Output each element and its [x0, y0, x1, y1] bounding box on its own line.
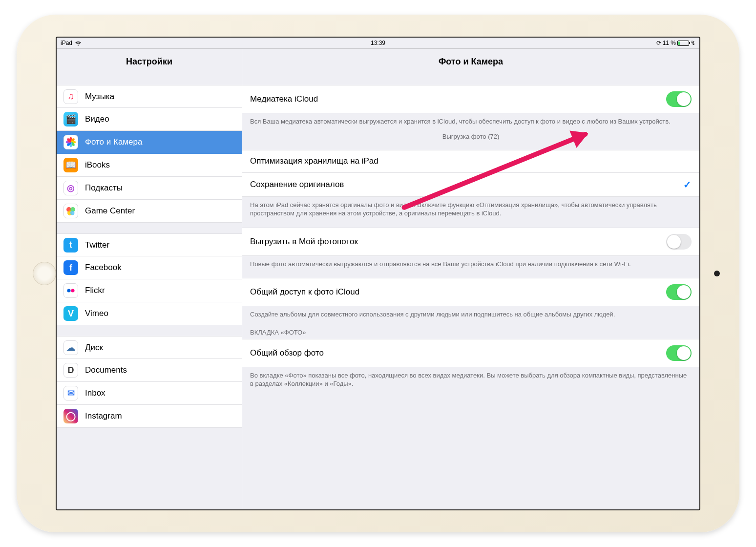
sidebar-item-label: Flickr	[85, 286, 105, 295]
cell-optimize[interactable]: Оптимизация хранилища на iPad	[242, 150, 699, 173]
section-footer: Во вкладке «Фото» показаны все фото, нах…	[242, 367, 699, 390]
cell-label: Общий обзор фото	[250, 348, 666, 358]
sidebar-item-documents[interactable]: DDocuments	[57, 359, 242, 382]
instagram-icon: ◯	[63, 409, 78, 423]
detail-title: Фото и Камера	[242, 49, 699, 74]
sidebar-item-inbox[interactable]: ✉Inbox	[57, 382, 242, 405]
svg-point-12	[70, 211, 75, 215]
documents-icon: D	[63, 363, 78, 378]
sidebar-item-label: Documents	[85, 365, 127, 375]
svg-point-14	[71, 289, 74, 292]
video-icon: 🎬	[63, 112, 78, 126]
toggle-summary[interactable]	[666, 345, 692, 361]
sidebar-item-label: Game Center	[85, 206, 135, 216]
settings-sidebar[interactable]: Настройки ♫Музыка🎬ВидеоФото и Камера📖iBo…	[57, 49, 242, 509]
sidebar-item-facebook[interactable]: fFacebook	[57, 256, 242, 279]
sidebar-item-label: Facebook	[85, 263, 122, 273]
sidebar-item-podcasts[interactable]: ◎Подкасты	[57, 177, 242, 200]
photos-icon	[63, 135, 78, 149]
sidebar-item-twitter[interactable]: tTwitter	[57, 233, 242, 256]
section-header: ВКЛАДКА «ФОТО»	[242, 321, 699, 339]
device-label: iPad	[61, 40, 72, 46]
sidebar-item-label: Музыка	[85, 92, 114, 102]
sidebar-item-label: Фото и Камера	[85, 137, 142, 147]
sidebar-item-label: Диск	[85, 343, 103, 353]
sidebar-title: Настройки	[57, 49, 242, 74]
disk-icon: ☁	[63, 340, 78, 355]
facebook-icon: f	[63, 260, 78, 275]
ibooks-icon: 📖	[63, 158, 78, 172]
sidebar-item-disk[interactable]: ☁Диск	[57, 336, 242, 359]
battery-icon	[677, 41, 689, 46]
toggle-shared[interactable]	[666, 284, 692, 300]
checkmark-icon: ✓	[683, 179, 692, 190]
section-footer: Создайте альбомы для совместного использ…	[242, 306, 699, 321]
section-footer: Вся Ваша медиатека автоматически выгружа…	[242, 113, 699, 128]
toggle-icloud-library[interactable]	[666, 91, 692, 107]
sidebar-item-music[interactable]: ♫Музыка	[57, 85, 242, 108]
cell-label: Оптимизация хранилища на iPad	[250, 156, 692, 166]
clock: 13:39	[371, 40, 385, 46]
cell-summary[interactable]: Общий обзор фото	[242, 339, 699, 367]
sidebar-item-label: iBooks	[85, 160, 110, 170]
sidebar-item-label: Instagram	[85, 411, 122, 421]
cell-icloud-library[interactable]: Медиатека iCloud	[242, 85, 699, 113]
sidebar-item-label: Видео	[85, 114, 109, 124]
sidebar-item-label: Подкасты	[85, 183, 123, 193]
podcasts-icon: ◎	[63, 181, 78, 195]
sidebar-item-ibooks[interactable]: 📖iBooks	[57, 154, 242, 177]
home-button[interactable]	[33, 262, 56, 285]
sidebar-item-instagram[interactable]: ◯Instagram	[57, 405, 242, 428]
wifi-icon	[75, 41, 82, 45]
flickr-icon	[63, 283, 78, 298]
cell-label: Медиатека iCloud	[250, 94, 666, 104]
screen: iPad 13:39 ⟳ 11 % ↯ Настройки ♫Музыка🎬Ви…	[56, 37, 700, 510]
toggle-photostream[interactable]	[666, 234, 692, 250]
cell-shared[interactable]: Общий доступ к фото iCloud	[242, 278, 699, 306]
music-icon: ♫	[63, 89, 78, 104]
gamecenter-icon	[63, 204, 78, 218]
sidebar-item-photos[interactable]: Фото и Камера	[57, 131, 242, 154]
battery-percent: 11 %	[663, 40, 676, 46]
upload-status: Выгрузка фото (72)	[242, 128, 699, 142]
svg-point-13	[67, 289, 70, 292]
cell-label: Сохранение оригиналов	[250, 180, 683, 189]
detail-pane[interactable]: Фото и Камера Медиатека iCloudВся Ваша м…	[242, 49, 699, 509]
sidebar-item-flickr[interactable]: Flickr	[57, 279, 242, 302]
inbox-icon: ✉	[63, 386, 78, 400]
status-bar: iPad 13:39 ⟳ 11 % ↯	[57, 38, 699, 48]
twitter-icon: t	[63, 238, 78, 252]
section-footer: Новые фото автоматически выгружаются и о…	[242, 256, 699, 271]
front-camera	[714, 271, 720, 276]
ipad-bezel: iPad 13:39 ⟳ 11 % ↯ Настройки ♫Музыка🎬Ви…	[17, 15, 739, 532]
charging-icon: ↯	[691, 40, 695, 46]
vimeo-icon: V	[63, 306, 78, 321]
sidebar-item-label: Vimeo	[85, 309, 108, 318]
sidebar-item-gamecenter[interactable]: Game Center	[57, 200, 242, 223]
sidebar-item-label: Twitter	[85, 240, 109, 250]
orientation-lock-icon: ⟳	[656, 40, 661, 46]
sidebar-item-label: Inbox	[85, 388, 105, 398]
sidebar-item-vimeo[interactable]: VVimeo	[57, 302, 242, 325]
cell-originals[interactable]: Сохранение оригиналов✓	[242, 173, 699, 197]
cell-label: Выгрузить в Мой фотопоток	[250, 237, 666, 247]
cell-photostream[interactable]: Выгрузить в Мой фотопоток	[242, 228, 699, 256]
sidebar-item-video[interactable]: 🎬Видео	[57, 108, 242, 131]
cell-label: Общий доступ к фото iCloud	[250, 287, 666, 297]
section-footer: На этом iPad сейчас хранятся оригиналы ф…	[242, 197, 699, 220]
